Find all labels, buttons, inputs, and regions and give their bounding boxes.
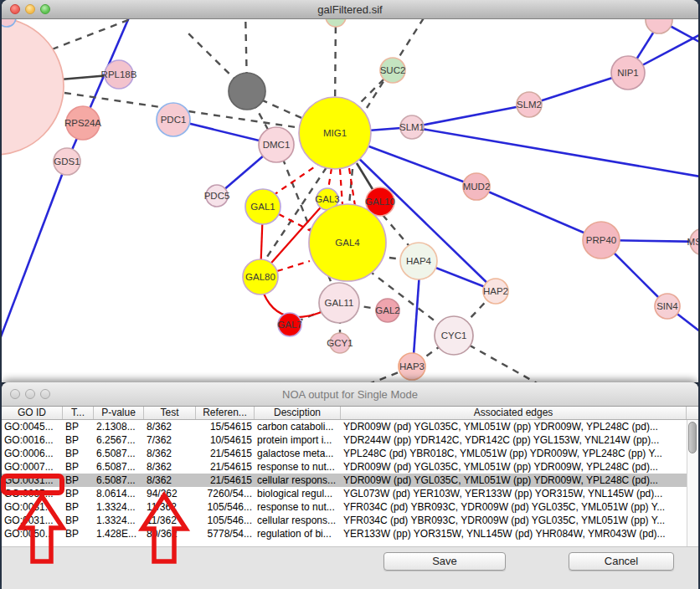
edge-blue xyxy=(476,187,601,240)
cell: 21/54615 xyxy=(196,474,255,487)
minimize-button-inactive[interactable] xyxy=(25,389,35,399)
edge-red-dash xyxy=(271,161,322,197)
vertical-scrollbar[interactable] xyxy=(687,420,698,546)
noa-window: NOA output for Single Mode GO IDT...P-va… xyxy=(2,382,698,589)
cell: 5778/54... xyxy=(196,527,255,540)
node-label: GAL10 xyxy=(365,197,395,207)
node-label: SLM2 xyxy=(517,100,542,110)
node-label: GAL4 xyxy=(335,238,360,248)
cell: 7260/54... xyxy=(196,487,255,500)
cell: protein import i... xyxy=(255,433,341,447)
table-row[interactable]: GO:0065...BP8.0614...94/3627260/54...bio… xyxy=(2,487,698,500)
noa-window-title: NOA output for Single Mode xyxy=(282,388,418,401)
network-canvas[interactable]: RPL18BRPS24AGDS1PDC1DMC1MIG1SLM1SUC2SLM2… xyxy=(2,19,698,382)
cell: YFR034C (pd) YBR093C, YDR009W (pd) YGL03… xyxy=(341,514,687,527)
close-button[interactable] xyxy=(10,4,20,14)
cell: 8/362 xyxy=(144,474,196,487)
cell: 1.3324... xyxy=(94,500,144,514)
cell: YDR009W (pd) YGL035C, YML051W (pp) YDR00… xyxy=(341,420,687,433)
close-button-inactive[interactable] xyxy=(10,389,20,399)
node-label: HAP4 xyxy=(406,256,432,266)
cell: 6.2567... xyxy=(94,433,144,447)
column-header-referen[interactable]: Referen... xyxy=(196,407,255,419)
node-label: GAL80 xyxy=(245,272,275,282)
dialog-footer: Save Cancel xyxy=(2,546,698,589)
node-label: GCY1 xyxy=(327,338,353,348)
column-header-test[interactable]: Test xyxy=(144,407,196,419)
cell: 105/546... xyxy=(196,500,255,514)
node-unlabeled[interactable] xyxy=(326,19,346,27)
cell: 8/362 xyxy=(144,420,196,433)
cell: YDR009W (pd) YGL035C, YML051W (pp) YDR00… xyxy=(341,460,687,474)
cancel-button[interactable]: Cancel xyxy=(569,552,674,571)
node-label: GAL1 xyxy=(250,202,275,212)
table-row[interactable]: GO:0050...BP1.428E...80/3625778/54...reg… xyxy=(2,527,698,540)
noa-window-titlebar: NOA output for Single Mode xyxy=(2,382,698,407)
node-label: CYC1 xyxy=(441,330,467,341)
cell: YPL248C (pd) YBR018C, YML051W (pp) YDR00… xyxy=(341,447,687,460)
edge-gray-dash xyxy=(52,19,161,49)
table-row[interactable]: GO:0007...BP6.5087...8/36221/54615respon… xyxy=(2,460,698,474)
node-unlabeled[interactable] xyxy=(2,19,64,155)
cell: BP xyxy=(63,527,94,540)
table-row[interactable]: GO:0031...BP1.3324...11/362105/546...cel… xyxy=(2,514,698,527)
edge-blue xyxy=(412,105,529,127)
node-label: DMC1 xyxy=(263,140,291,150)
cell: YGL073W (pd) YER103W, YER133W (pp) YOR31… xyxy=(341,487,687,500)
cell: GO:0007... xyxy=(2,460,63,474)
cell: GO:0065... xyxy=(2,487,63,500)
column-header-go-id[interactable]: GO ID xyxy=(2,407,63,419)
column-header-associated-edges[interactable]: Associated edges xyxy=(341,407,687,419)
edge-red-dash xyxy=(277,261,310,271)
cell: YFR034C (pd) YBR093C, YDR009W (pd) YGL03… xyxy=(341,500,687,514)
cell: BP xyxy=(63,514,94,527)
cell: 21/54615 xyxy=(196,460,255,474)
table-row[interactable]: GO:0016...BP6.2567...7/36210/54615protei… xyxy=(2,433,698,447)
zoom-button-inactive[interactable] xyxy=(40,389,50,399)
cell: biological regul... xyxy=(255,487,341,500)
cell: 11/362 xyxy=(144,514,196,527)
cell: YER133W (pp) YOR315W, YNL145W (pd) YHR08… xyxy=(341,527,687,540)
node-label: SUC2 xyxy=(380,65,406,75)
node-label: MSI1 xyxy=(687,237,698,247)
minimize-button[interactable] xyxy=(25,4,35,14)
node-unlabeled[interactable] xyxy=(229,73,265,110)
edge-red-dash xyxy=(328,168,332,189)
cell: cellular respons... xyxy=(255,474,341,487)
column-header-p-value[interactable]: P-value xyxy=(94,407,144,419)
table-row[interactable]: GO:0006...BP6.5087...8/36221/54615galact… xyxy=(2,447,698,460)
cell: 8/362 xyxy=(144,460,196,474)
node-unlabeled[interactable] xyxy=(646,19,672,33)
scrollbar-thumb[interactable] xyxy=(688,422,697,453)
cell: BP xyxy=(63,433,94,447)
edge-red-dash xyxy=(340,169,342,205)
cell: 7/362 xyxy=(144,433,196,447)
column-header-desciption[interactable]: Desciption xyxy=(255,407,341,419)
node-label: HAP2 xyxy=(483,286,508,296)
table-row[interactable]: GO:0045...BP2.1308...8/36215/54615carbon… xyxy=(2,420,698,433)
cell: 8/362 xyxy=(144,447,196,460)
network-window-title: galFiltered.sif xyxy=(317,3,382,16)
node-label: GAL7 xyxy=(277,320,301,330)
table-row[interactable]: GO:0031...BP1.3324...11/362105/546...res… xyxy=(2,500,698,514)
cell: GO:0050... xyxy=(2,527,63,540)
cell: 94/362 xyxy=(144,487,196,500)
table-row[interactable]: GO:0031...BP6.5087...8/36221/54615cellul… xyxy=(2,474,698,487)
save-button[interactable]: Save xyxy=(383,552,506,571)
network-window-titlebar: galFiltered.sif xyxy=(2,0,698,19)
cell: response to nut... xyxy=(255,500,341,514)
cell: BP xyxy=(63,447,94,460)
table-header: GO IDT...P-valueTestReferen...Desciption… xyxy=(2,407,698,420)
edge-gray-dash xyxy=(349,169,353,205)
edge-blue xyxy=(412,127,698,178)
cell: 6.5087... xyxy=(94,474,144,487)
cell: BP xyxy=(63,420,94,433)
node-label: GAL2 xyxy=(375,305,399,315)
zoom-button[interactable] xyxy=(40,4,50,14)
cell: BP xyxy=(63,500,94,514)
cell: 80/362 xyxy=(144,527,196,540)
edge-blue xyxy=(2,161,67,379)
cell: 2.1308... xyxy=(94,420,144,433)
cell: YDR009W (pd) YGL035C, YML051W (pp) YDR00… xyxy=(341,474,687,487)
column-header-t[interactable]: T... xyxy=(63,407,94,419)
